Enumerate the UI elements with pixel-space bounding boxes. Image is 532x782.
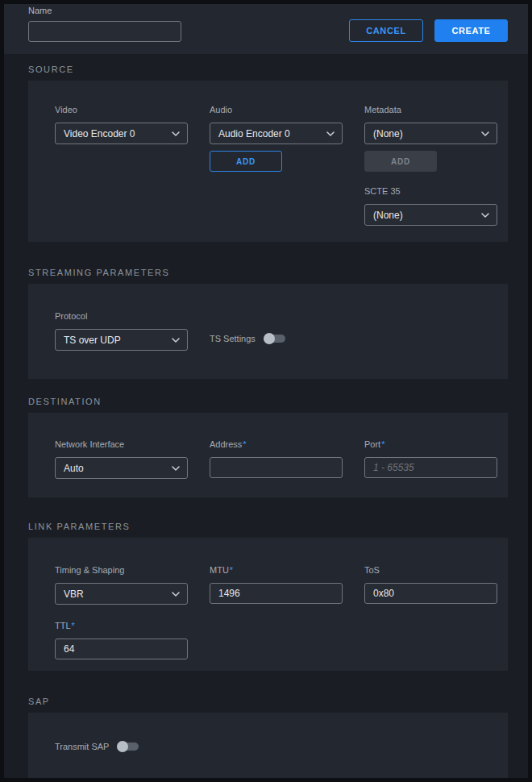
- audio-select[interactable]: Audio Encoder 0: [210, 123, 343, 144]
- address-input[interactable]: [210, 457, 343, 478]
- cancel-button[interactable]: CANCEL: [349, 19, 423, 42]
- section-destination: DESTINATION Network Interface Auto: [28, 397, 508, 497]
- ts-settings-toggle[interactable]: [264, 333, 285, 344]
- port-field: Port*: [364, 439, 497, 478]
- required-asterisk: *: [72, 621, 75, 630]
- chevron-down-icon: [481, 131, 489, 136]
- port-label: Port: [364, 439, 380, 449]
- metadata-add-button[interactable]: ADD: [364, 151, 437, 172]
- video-field: Video Video Encoder 0: [55, 105, 188, 144]
- video-label: Video: [55, 105, 188, 115]
- name-label: Name: [28, 6, 181, 16]
- required-asterisk: *: [230, 565, 233, 575]
- metadata-label: Metadata: [364, 105, 497, 115]
- audio-add-button[interactable]: ADD: [210, 151, 282, 172]
- port-input[interactable]: [364, 457, 497, 478]
- ttl-label: TTL: [55, 621, 71, 630]
- chevron-down-icon: [172, 592, 180, 597]
- transmit-sap-label: Transmit SAP: [55, 742, 109, 752]
- network-interface-field: Network Interface Auto: [55, 439, 188, 479]
- chevron-down-icon: [172, 466, 180, 471]
- tos-label: ToS: [364, 565, 497, 576]
- protocol-label: Protocol: [55, 311, 188, 322]
- link-panel: Timing & Shaping VBR MTU*: [28, 538, 508, 671]
- link-title: LINK PARAMETERS: [28, 522, 508, 531]
- section-streaming: STREAMING PARAMETERS Protocol TS over UD…: [28, 268, 508, 379]
- chevron-down-icon: [326, 131, 335, 136]
- tos-field: ToS: [364, 565, 497, 604]
- address-label: Address: [210, 439, 242, 449]
- toggle-knob: [264, 333, 275, 344]
- header-actions: CANCEL CREATE: [349, 19, 508, 42]
- section-sap: SAP Transmit SAP: [28, 697, 508, 778]
- metadata-select-value: (None): [373, 128, 403, 139]
- streaming-panel: Protocol TS over UDP TS Settings: [28, 284, 508, 379]
- metadata-select[interactable]: (None): [364, 123, 497, 144]
- video-select[interactable]: Video Encoder 0: [55, 123, 188, 144]
- source-title: SOURCE: [28, 64, 508, 74]
- mtu-input[interactable]: [210, 583, 343, 604]
- page-frame: Name CANCEL CREATE SOURCE Video Video En…: [0, 0, 532, 782]
- section-link: LINK PARAMETERS Timing & Shaping VBR: [28, 522, 508, 671]
- metadata-field: Metadata (None): [364, 105, 497, 144]
- timing-shaping-label: Timing & Shaping: [55, 565, 188, 576]
- protocol-select[interactable]: TS over UDP: [55, 329, 188, 351]
- header-bar: Name CANCEL CREATE: [4, 4, 528, 54]
- sap-title: SAP: [28, 697, 508, 706]
- scte35-select-value: (None): [373, 210, 403, 221]
- audio-label: Audio: [210, 105, 343, 115]
- sap-panel: Transmit SAP: [28, 713, 508, 778]
- transmit-sap-toggle[interactable]: [117, 741, 139, 752]
- destination-panel: Network Interface Auto Address*: [28, 413, 508, 497]
- name-input[interactable]: [28, 21, 181, 42]
- timing-shaping-select[interactable]: VBR: [55, 583, 188, 605]
- source-panel: Video Video Encoder 0 Audio: [28, 81, 508, 242]
- chevron-down-icon: [172, 131, 180, 136]
- ttl-field: TTL*: [55, 621, 188, 659]
- timing-shaping-field: Timing & Shaping VBR: [55, 565, 188, 605]
- protocol-select-value: TS over UDP: [64, 335, 121, 346]
- network-interface-label: Network Interface: [55, 439, 188, 450]
- required-asterisk: *: [381, 439, 384, 449]
- mtu-label: MTU: [210, 565, 229, 575]
- section-source: SOURCE Video Video Encoder 0: [28, 64, 508, 242]
- chevron-down-icon: [172, 338, 180, 343]
- scte35-label: SCTE 35: [364, 186, 497, 197]
- ttl-input[interactable]: [55, 638, 188, 659]
- mtu-field: MTU*: [210, 565, 343, 604]
- tos-input[interactable]: [364, 583, 497, 604]
- network-interface-select[interactable]: Auto: [55, 457, 188, 479]
- protocol-field: Protocol TS over UDP: [55, 311, 188, 351]
- create-stream-form: Name CANCEL CREATE SOURCE Video Video En…: [4, 4, 528, 778]
- audio-select-value: Audio Encoder 0: [218, 128, 290, 139]
- destination-title: DESTINATION: [28, 397, 508, 406]
- address-field: Address*: [210, 439, 343, 478]
- required-asterisk: *: [243, 439, 246, 449]
- chevron-down-icon: [481, 213, 489, 218]
- ts-settings-label: TS Settings: [210, 334, 256, 344]
- streaming-title: STREAMING PARAMETERS: [28, 268, 508, 277]
- network-interface-select-value: Auto: [64, 463, 84, 474]
- scte35-select[interactable]: (None): [364, 204, 497, 226]
- video-select-value: Video Encoder 0: [64, 128, 135, 139]
- scte35-field: SCTE 35 (None): [364, 186, 497, 226]
- timing-shaping-select-value: VBR: [64, 589, 84, 600]
- create-button[interactable]: CREATE: [434, 19, 508, 42]
- transmit-sap-row: Transmit SAP: [55, 741, 139, 752]
- audio-field: Audio Audio Encoder 0: [210, 105, 343, 144]
- name-field: Name: [28, 6, 181, 42]
- ts-settings-row: TS Settings: [210, 333, 285, 344]
